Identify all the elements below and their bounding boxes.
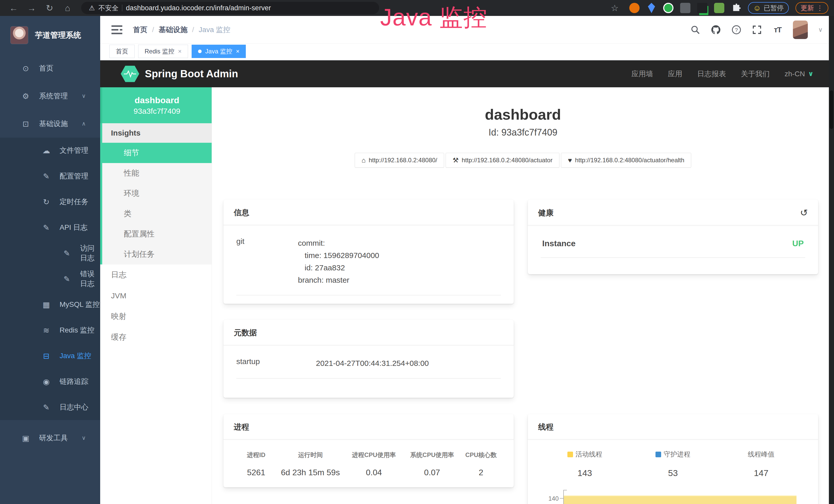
sba-nav-journal[interactable]: 日志报表 — [697, 69, 726, 79]
sba-item-metrics[interactable]: 性能 — [102, 163, 212, 183]
github-icon[interactable] — [711, 25, 721, 35]
gear-icon: ⚙ — [20, 92, 31, 101]
sidebar-item-mysql-monitor[interactable]: ▦ MySQL 监控 — [0, 292, 100, 317]
sba-header: Spring Boot Admin 应用墙 应用 日志报表 关于我们 zh-CN… — [100, 60, 834, 87]
font-size-icon[interactable]: тT — [772, 25, 783, 35]
bookmark-star-icon[interactable]: ☆ — [607, 2, 622, 15]
col-header-process-cpu: 进程CPU使用率 — [345, 451, 403, 459]
sidebar-item-access-logs[interactable]: ✎ 访问日志 — [0, 240, 100, 266]
sba-brand-title[interactable]: Spring Boot Admin — [145, 68, 238, 79]
sba-item-classes[interactable]: 类 — [102, 204, 212, 224]
annotation-java-monitor: Java 监控 — [380, 2, 487, 33]
extension-icon-orange[interactable] — [629, 3, 640, 13]
tab-redis-monitor[interactable]: Redis 监控 × — [138, 45, 188, 58]
actuator-url-button[interactable]: ⚒ http://192.168.0.2:48080/actuator — [446, 153, 559, 168]
browser-home-icon[interactable]: ⌂ — [60, 2, 75, 15]
tab-close-icon[interactable]: × — [236, 48, 239, 55]
sidebar-item-log-center[interactable]: ✎ 日志中心 — [0, 394, 100, 420]
system-cpu-value: 0.07 — [403, 468, 461, 477]
git-branch-line: branch: master — [298, 274, 379, 286]
search-icon[interactable] — [690, 25, 700, 35]
dashboard-icon: ⊙ — [20, 64, 31, 73]
browser-update-button[interactable]: 更新 ⋮ — [795, 2, 828, 14]
sidebar-item-redis-monitor[interactable]: ≋ Redis 监控 — [0, 317, 100, 343]
chevron-down-icon: ∨ — [82, 93, 86, 99]
collapse-sidebar-icon[interactable] — [111, 25, 123, 35]
git-label: git — [236, 237, 298, 286]
wrench-icon: ⚒ — [453, 156, 459, 164]
git-commit-line: commit: — [298, 237, 379, 249]
fullscreen-icon[interactable] — [752, 25, 762, 35]
breadcrumb-home[interactable]: 首页 — [133, 25, 148, 35]
history-icon[interactable]: ↺ — [800, 207, 808, 218]
sidebar-item-file-mgmt[interactable]: ☁ 文件管理 — [0, 138, 100, 163]
sba-nav-applications[interactable]: 应用 — [668, 69, 682, 79]
health-url-button[interactable]: ♥ http://192.168.0.2:48080/actuator/heal… — [561, 153, 691, 168]
extension-icon-pin[interactable] — [646, 3, 657, 13]
address-bar[interactable]: ⚠ 不安全 dashboard.yudao.iocoder.cn/infra/a… — [81, 2, 379, 14]
daemon-threads-label: 守护进程 — [664, 450, 690, 459]
sidebar-item-label: 系统管理 — [39, 91, 68, 101]
sba-nav-about[interactable]: 关于我们 — [741, 69, 770, 79]
help-icon[interactable]: ? — [731, 25, 742, 35]
avatar[interactable] — [793, 21, 808, 39]
emoji-avatar-icon: ☺ — [753, 4, 761, 12]
browser-forward-icon[interactable]: → — [24, 2, 40, 15]
browser-menu-dots-icon[interactable]: ⋮ — [816, 4, 823, 12]
pid-value: 5261 — [236, 468, 276, 477]
extension-icon-green-y[interactable] — [663, 3, 674, 13]
sidebar-item-scheduled-jobs[interactable]: ↻ 定时任务 — [0, 189, 100, 215]
sba-item-environment[interactable]: 环境 — [102, 183, 212, 204]
extensions-puzzle-icon[interactable] — [731, 3, 741, 13]
sba-content: dashboard Id: 93a3fc7f7409 ⌂ http://192.… — [212, 87, 834, 504]
tab-home[interactable]: 首页 — [109, 45, 135, 58]
language-selector[interactable]: zh-CN ∨ — [785, 70, 813, 78]
browser-back-icon[interactable]: ← — [6, 2, 22, 15]
sidebar-item-system-mgmt[interactable]: ⚙ 系统管理 ∨ — [0, 82, 100, 110]
insights-group-label: Insights — [102, 123, 212, 143]
cloud-upload-icon: ☁ — [41, 146, 52, 155]
timer-icon: ↻ — [41, 198, 52, 206]
sidebar-item-api-logs[interactable]: ✎ API 日志 ∧ — [0, 215, 100, 240]
page-scrollbar[interactable] — [829, 16, 834, 504]
sba-item-logs[interactable]: 日志 — [100, 265, 212, 285]
tab-close-icon[interactable]: × — [178, 48, 182, 55]
sba-item-jvm[interactable]: JVM — [100, 285, 212, 306]
sba-nav-wallboard[interactable]: 应用墙 — [632, 69, 653, 79]
sba-item-details[interactable]: 细节 — [102, 143, 212, 163]
sidebar-item-tracing[interactable]: ◉ 链路追踪 — [0, 369, 100, 394]
extension-icon-grid[interactable] — [680, 3, 690, 13]
sidebar-item-error-logs[interactable]: ✎ 错误日志 — [0, 266, 100, 292]
service-url-button[interactable]: ⌂ http://192.168.0.2:48080/ — [355, 153, 444, 168]
sba-item-caches[interactable]: 缓存 — [100, 327, 212, 348]
sba-item-scheduled-tasks[interactable]: 计划任务 — [102, 244, 212, 265]
spring-boot-admin-logo[interactable] — [121, 66, 139, 82]
avatar-caret-icon[interactable]: ∨ — [818, 26, 823, 33]
process-card: 进程 进程ID 5261 运行时间 6d 23h 15m 59 — [223, 414, 514, 487]
language-caret-icon: ∨ — [808, 70, 813, 78]
active-tab-dot — [198, 49, 202, 53]
instance-header[interactable]: dashboard 93a3fc7f7409 — [100, 87, 212, 123]
sidebar-item-home[interactable]: ⊙ 首页 — [0, 54, 100, 82]
extension-icon-on-badge[interactable] — [697, 3, 707, 13]
log-icon: ✎ — [41, 403, 52, 412]
instance-health-row[interactable]: Instance UP — [541, 233, 805, 258]
browser-reload-icon[interactable]: ↻ — [42, 2, 58, 15]
git-time-line: time: 1596289704000 — [298, 249, 379, 261]
sidebar-item-infrastructure[interactable]: ⊡ 基础设施 ∧ — [0, 110, 100, 138]
security-label: 不安全 — [98, 4, 118, 13]
not-secure-warning-icon: ⚠ — [89, 4, 95, 12]
live-threads-label: 活动线程 — [576, 450, 602, 459]
sidebar-item-java-monitor[interactable]: ⊟ Java 监控 — [0, 343, 100, 369]
app-logo-row[interactable]: 芋道管理系统 — [0, 16, 100, 54]
sidebar-item-config-mgmt[interactable]: ✎ 配置管理 — [0, 163, 100, 189]
extension-icon-leaf[interactable] — [714, 3, 724, 13]
sidebar-item-dev-tools[interactable]: ▣ 研发工具 ∨ — [0, 424, 100, 452]
sba-item-mappings[interactable]: 映射 — [100, 306, 212, 327]
breadcrumb-infra[interactable]: 基础设施 — [159, 25, 188, 35]
tab-java-monitor[interactable]: Java 监控 × — [192, 45, 246, 58]
paused-profile-badge[interactable]: ☺ 已暂停 — [748, 2, 789, 14]
briefcase-icon: ▣ — [20, 434, 31, 443]
scrollbar-thumb[interactable] — [830, 90, 833, 129]
sba-item-config-props[interactable]: 配置属性 — [102, 224, 212, 244]
